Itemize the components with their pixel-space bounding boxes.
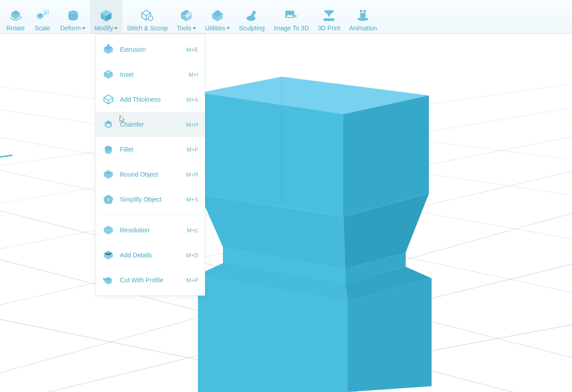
menu-label: Add Details: [120, 252, 181, 259]
tool-label: Utilities: [205, 25, 225, 32]
deform-tool[interactable]: Deform: [56, 0, 90, 33]
main-toolbar: Rotate Scale Deform Modify Stitch & Scoo…: [0, 0, 572, 34]
tool-label: Stitch & Scoop: [127, 25, 168, 32]
svg-point-8: [360, 10, 362, 12]
simplify-object-icon: [102, 193, 115, 206]
tools-icon: [179, 8, 193, 23]
menu-item-add-thickness[interactable]: Add Thickness M+A: [96, 87, 205, 112]
image-to-3d-icon: [284, 8, 298, 23]
svg-point-6: [358, 17, 368, 21]
tool-label: Deform: [60, 25, 81, 32]
tool-label: 3D Print: [318, 25, 341, 32]
caret-icon: [114, 27, 118, 29]
menu-label: Chamfer: [120, 121, 181, 128]
utilities-icon: [210, 8, 225, 23]
menu-label: Inset: [120, 71, 183, 78]
svg-point-2: [247, 16, 255, 21]
menu-label: Simplify Object: [120, 196, 181, 203]
3d-print-icon: [322, 8, 336, 23]
modify-dropdown: Extrusion M+E Inset M+I Add Thickness M+…: [95, 34, 205, 296]
chamfer-icon: [102, 118, 115, 131]
svg-rect-11: [106, 171, 107, 172]
utilities-tool[interactable]: Utilities: [201, 0, 235, 33]
fillet-icon: [102, 143, 115, 156]
animation-icon: [356, 8, 370, 23]
resolution-icon: [102, 224, 115, 236]
menu-label: Add Thickness: [120, 96, 181, 103]
menu-item-add-details[interactable]: Add Details M+D: [96, 243, 205, 268]
svg-rect-4: [328, 15, 330, 17]
menu-item-round-object[interactable]: Round Object M+R: [96, 162, 205, 187]
menu-label: Resolution: [120, 227, 181, 234]
image-to-3d-tool[interactable]: Image To 3D: [269, 0, 313, 33]
sculpting-icon: [245, 8, 259, 23]
tools-tool[interactable]: Tools: [172, 0, 201, 33]
menu-item-simplify-object[interactable]: Simplify Object M+S: [96, 187, 205, 212]
extrusion-icon: [102, 43, 115, 56]
caret-icon: [82, 27, 86, 29]
round-object-icon: [102, 168, 115, 181]
svg-point-1: [148, 16, 153, 21]
tool-label: Modify: [95, 25, 113, 32]
menu-shortcut: M+D: [186, 252, 198, 259]
menu-item-resolution[interactable]: Resolution M+L: [96, 218, 205, 243]
axis-hint: [0, 155, 12, 157]
add-thickness-icon: [102, 93, 115, 106]
menu-shortcut: M+P: [186, 277, 198, 284]
menu-shortcut: M+L: [187, 227, 198, 234]
svg-rect-12: [108, 171, 109, 172]
scale-icon: [35, 8, 49, 23]
svg-rect-7: [360, 13, 366, 17]
menu-shortcut: M+H: [186, 121, 198, 128]
menu-shortcut: M+R: [186, 171, 198, 178]
rotate-tool[interactable]: Rotate: [2, 0, 29, 33]
tool-label: Scale: [35, 25, 50, 32]
stitch-scoop-icon: [140, 8, 154, 23]
svg-point-9: [363, 10, 366, 12]
svg-rect-13: [110, 171, 111, 172]
tool-label: Tools: [177, 25, 191, 32]
svg-rect-5: [324, 18, 334, 21]
viewport-3d[interactable]: [0, 34, 572, 392]
menu-item-fillet[interactable]: Fillet M+F: [96, 137, 205, 162]
menu-shortcut: M+S: [186, 196, 198, 203]
animation-tool[interactable]: Animation: [345, 0, 381, 33]
menu-label: Cut With Profile: [120, 276, 181, 284]
menu-label: Extrusion: [120, 46, 181, 53]
inset-icon: [102, 68, 115, 81]
modify-tool[interactable]: Modify: [90, 0, 122, 33]
menu-item-cut-with-profile[interactable]: Cut With Profile M+P: [96, 268, 205, 293]
deform-icon: [66, 8, 80, 23]
caret-icon: [226, 27, 230, 29]
menu-shortcut: M+A: [186, 96, 198, 103]
rotate-icon: [8, 8, 23, 23]
menu-label: Round Object: [120, 171, 181, 178]
scale-tool[interactable]: Scale: [29, 0, 56, 33]
menu-shortcut: M+I: [189, 71, 198, 78]
menu-label: Fillet: [120, 146, 181, 153]
stitch-scoop-tool[interactable]: Stitch & Scoop: [122, 0, 172, 33]
menu-item-inset[interactable]: Inset M+I: [96, 62, 205, 87]
tool-label: Animation: [349, 25, 377, 32]
3d-print-tool[interactable]: 3D Print: [313, 0, 345, 33]
tool-label: Sculpting: [239, 25, 265, 32]
menu-shortcut: M+E: [186, 46, 198, 53]
menu-shortcut: M+F: [187, 146, 198, 153]
caret-icon: [193, 27, 196, 29]
svg-rect-10: [107, 71, 110, 74]
cut-with-profile-icon: [102, 274, 115, 286]
menu-item-chamfer[interactable]: Chamfer M+H: [96, 112, 205, 137]
sculpting-tool[interactable]: Sculpting: [235, 0, 269, 33]
tool-label: Image To 3D: [274, 25, 309, 32]
model-object: [198, 77, 432, 392]
tool-label: Rotate: [6, 25, 25, 32]
modify-icon: [99, 8, 113, 23]
menu-separator: [102, 215, 198, 215]
add-details-icon: [102, 249, 115, 261]
menu-item-extrusion[interactable]: Extrusion M+E: [96, 37, 205, 62]
scene-svg: [0, 34, 572, 392]
